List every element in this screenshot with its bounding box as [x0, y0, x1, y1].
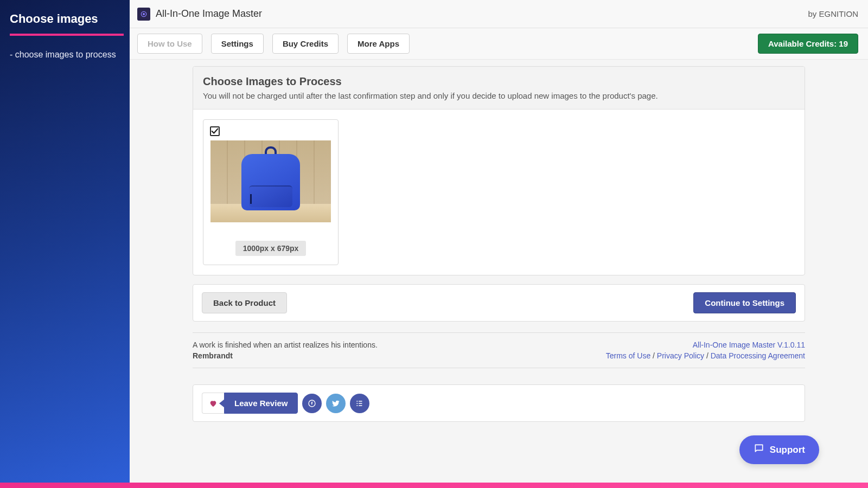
image-thumbnail [210, 140, 331, 222]
footer-left: A work is finished when an artist realiz… [193, 341, 378, 360]
footer-right: All-In-One Image Master V.1.0.11 Terms o… [606, 341, 805, 360]
sep2: / [706, 351, 711, 360]
actions-panel: Back to Product Continue to Settings [193, 284, 805, 322]
terms-link[interactable]: Terms of Use [606, 351, 650, 360]
footer-info: A work is finished when an artist realiz… [193, 332, 805, 368]
choose-panel-desc: You will not be charged until after the … [203, 91, 795, 100]
svg-rect-6 [359, 403, 362, 403]
sep1: / [653, 351, 657, 360]
buy-credits-button[interactable]: Buy Credits [272, 34, 339, 54]
dpa-link[interactable]: Data Processing Agreement [711, 351, 805, 360]
image-checkbox[interactable] [210, 126, 220, 136]
social-panel: Leave Review [193, 384, 805, 422]
facebook-button[interactable] [302, 394, 322, 413]
sidebar-step: - choose images to process [10, 50, 130, 60]
leave-review-button[interactable]: Leave Review [224, 393, 298, 414]
svg-point-1 [143, 13, 145, 15]
topbar: All-In-One Image Master by EGNITION [130, 0, 868, 28]
app-icon [137, 8, 150, 21]
footer-quote: A work is finished when an artist realiz… [193, 341, 378, 349]
back-button[interactable]: Back to Product [202, 292, 287, 313]
svg-point-7 [357, 405, 358, 406]
sidebar: Choose images - choose images to process [0, 0, 130, 488]
main-area: All-In-One Image Master by EGNITION How … [130, 0, 868, 488]
svg-point-5 [357, 403, 358, 404]
sidebar-underline [10, 34, 124, 36]
twitter-button[interactable] [326, 394, 346, 413]
support-label: Support [770, 445, 805, 455]
toolbar-left: How to Use Settings Buy Credits More App… [137, 34, 410, 54]
image-dimensions: 1000px x 679px [235, 241, 307, 256]
svg-point-3 [357, 401, 358, 402]
privacy-link[interactable]: Privacy Policy [657, 351, 704, 360]
choose-panel-body: 1000px x 679px [193, 110, 805, 275]
app-version-link[interactable]: All-In-One Image Master V.1.0.11 [606, 341, 805, 349]
how-to-use-button[interactable]: How to Use [137, 34, 202, 54]
credits-badge[interactable]: Available Credits: 19 [758, 34, 858, 54]
settings-button[interactable]: Settings [211, 34, 264, 54]
topbar-left: All-In-One Image Master [137, 8, 262, 21]
choose-panel: Choose Images to Process You will not be… [193, 66, 805, 275]
choose-panel-header: Choose Images to Process You will not be… [193, 67, 805, 110]
svg-rect-8 [359, 405, 362, 406]
sidebar-title: Choose images [10, 12, 130, 26]
toolbar: How to Use Settings Buy Credits More App… [130, 28, 868, 60]
continue-button[interactable]: Continue to Settings [693, 292, 796, 313]
footer-author: Rembrandt [193, 351, 378, 360]
list-button[interactable] [350, 394, 369, 413]
choose-panel-title: Choose Images to Process [203, 75, 795, 88]
chat-icon [754, 443, 764, 457]
support-button[interactable]: Support [739, 435, 819, 464]
image-card[interactable]: 1000px x 679px [203, 119, 339, 265]
svg-rect-4 [359, 401, 362, 401]
app-title: All-In-One Image Master [156, 8, 262, 20]
content: Choose Images to Process You will not be… [130, 60, 868, 488]
bottom-accent-bar [0, 483, 868, 488]
vendor-label: by EGNITION [808, 9, 858, 18]
more-apps-button[interactable]: More Apps [347, 34, 410, 54]
